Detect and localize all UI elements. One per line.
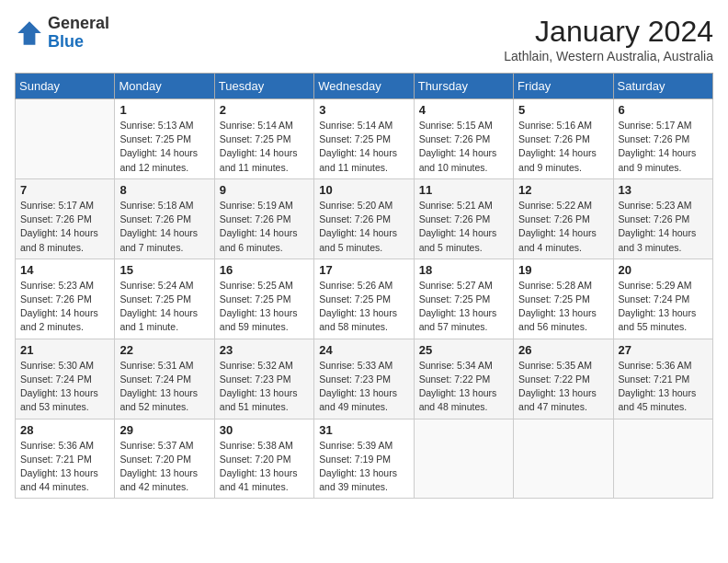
day-info: Sunrise: 5:17 AM Sunset: 7:26 PM Dayligh… (20, 199, 109, 255)
day-number: 1 (119, 103, 209, 117)
day-number: 15 (119, 263, 209, 277)
calendar-cell: 2Sunrise: 5:14 AM Sunset: 7:25 PM Daylig… (214, 99, 313, 179)
day-info: Sunrise: 5:14 AM Sunset: 7:25 PM Dayligh… (220, 119, 309, 175)
calendar-cell: 7Sunrise: 5:17 AM Sunset: 7:26 PM Daylig… (16, 178, 115, 259)
location-text: Lathlain, Western Australia, Australia (504, 49, 713, 63)
day-info: Sunrise: 5:21 AM Sunset: 7:26 PM Dayligh… (419, 199, 508, 255)
month-title: January 2024 (504, 15, 713, 49)
day-number: 27 (619, 343, 708, 357)
day-number: 13 (619, 183, 708, 197)
calendar-cell: 22Sunrise: 5:31 AM Sunset: 7:24 PM Dayli… (115, 339, 214, 419)
calendar-cell: 26Sunrise: 5:35 AM Sunset: 7:22 PM Dayli… (514, 339, 613, 419)
calendar-header: SundayMondayTuesdayWednesdayThursdayFrid… (16, 74, 713, 99)
day-number: 7 (20, 183, 109, 197)
day-number: 29 (119, 423, 209, 437)
day-number: 2 (220, 103, 309, 117)
calendar-cell: 20Sunrise: 5:29 AM Sunset: 7:24 PM Dayli… (613, 259, 712, 339)
day-info: Sunrise: 5:23 AM Sunset: 7:26 PM Dayligh… (619, 199, 708, 255)
day-number: 9 (220, 183, 309, 197)
calendar-cell: 30Sunrise: 5:38 AM Sunset: 7:20 PM Dayli… (214, 419, 313, 499)
title-block: January 2024 Lathlain, Western Australia… (504, 15, 713, 63)
day-number: 4 (419, 103, 508, 117)
calendar-cell (16, 99, 115, 179)
day-info: Sunrise: 5:29 AM Sunset: 7:24 PM Dayligh… (619, 279, 708, 335)
weekday-header-friday: Friday (514, 74, 613, 99)
day-info: Sunrise: 5:35 AM Sunset: 7:22 PM Dayligh… (518, 359, 608, 415)
calendar-cell (514, 419, 613, 499)
day-info: Sunrise: 5:18 AM Sunset: 7:26 PM Dayligh… (119, 199, 209, 255)
day-info: Sunrise: 5:28 AM Sunset: 7:25 PM Dayligh… (518, 279, 608, 335)
day-number: 23 (220, 343, 309, 357)
calendar-cell: 19Sunrise: 5:28 AM Sunset: 7:25 PM Dayli… (514, 259, 613, 339)
weekday-header-sunday: Sunday (16, 74, 115, 99)
day-number: 12 (518, 183, 608, 197)
calendar-cell: 6Sunrise: 5:17 AM Sunset: 7:26 PM Daylig… (613, 99, 712, 179)
calendar-body: 1Sunrise: 5:13 AM Sunset: 7:25 PM Daylig… (16, 99, 713, 499)
calendar-table: SundayMondayTuesdayWednesdayThursdayFrid… (15, 73, 713, 499)
day-info: Sunrise: 5:30 AM Sunset: 7:24 PM Dayligh… (20, 359, 109, 415)
calendar-cell: 12Sunrise: 5:22 AM Sunset: 7:26 PM Dayli… (514, 178, 613, 259)
calendar-cell (414, 419, 513, 499)
calendar-cell: 8Sunrise: 5:18 AM Sunset: 7:26 PM Daylig… (115, 178, 214, 259)
day-info: Sunrise: 5:33 AM Sunset: 7:23 PM Dayligh… (319, 359, 408, 415)
day-number: 3 (319, 103, 408, 117)
calendar-cell: 11Sunrise: 5:21 AM Sunset: 7:26 PM Dayli… (414, 178, 513, 259)
day-info: Sunrise: 5:24 AM Sunset: 7:25 PM Dayligh… (119, 279, 209, 335)
day-info: Sunrise: 5:14 AM Sunset: 7:25 PM Dayligh… (319, 119, 408, 175)
page-header: General Blue January 2024 Lathlain, West… (15, 15, 713, 63)
calendar-cell: 9Sunrise: 5:19 AM Sunset: 7:26 PM Daylig… (214, 178, 313, 259)
day-info: Sunrise: 5:27 AM Sunset: 7:25 PM Dayligh… (419, 279, 508, 335)
day-number: 19 (518, 263, 608, 277)
day-number: 24 (319, 343, 408, 357)
calendar-cell: 5Sunrise: 5:16 AM Sunset: 7:26 PM Daylig… (514, 99, 613, 179)
calendar-cell: 28Sunrise: 5:36 AM Sunset: 7:21 PM Dayli… (16, 419, 115, 499)
day-info: Sunrise: 5:31 AM Sunset: 7:24 PM Dayligh… (119, 359, 209, 415)
day-info: Sunrise: 5:36 AM Sunset: 7:21 PM Dayligh… (619, 359, 708, 415)
day-number: 22 (119, 343, 209, 357)
weekday-header-monday: Monday (115, 74, 214, 99)
day-info: Sunrise: 5:37 AM Sunset: 7:20 PM Dayligh… (119, 439, 209, 495)
day-info: Sunrise: 5:25 AM Sunset: 7:25 PM Dayligh… (220, 279, 309, 335)
calendar-cell: 27Sunrise: 5:36 AM Sunset: 7:21 PM Dayli… (613, 339, 712, 419)
calendar-cell: 31Sunrise: 5:39 AM Sunset: 7:19 PM Dayli… (314, 419, 414, 499)
day-info: Sunrise: 5:32 AM Sunset: 7:23 PM Dayligh… (220, 359, 309, 415)
calendar-cell: 24Sunrise: 5:33 AM Sunset: 7:23 PM Dayli… (314, 339, 414, 419)
day-info: Sunrise: 5:22 AM Sunset: 7:26 PM Dayligh… (518, 199, 608, 255)
calendar-cell: 17Sunrise: 5:26 AM Sunset: 7:25 PM Dayli… (314, 259, 414, 339)
calendar-cell: 18Sunrise: 5:27 AM Sunset: 7:25 PM Dayli… (414, 259, 513, 339)
day-number: 25 (419, 343, 508, 357)
day-number: 14 (20, 263, 109, 277)
weekday-header-thursday: Thursday (414, 74, 513, 99)
weekday-header-row: SundayMondayTuesdayWednesdayThursdayFrid… (16, 74, 713, 99)
day-number: 11 (419, 183, 508, 197)
logo-text: General Blue (48, 15, 109, 52)
calendar-cell: 13Sunrise: 5:23 AM Sunset: 7:26 PM Dayli… (613, 178, 712, 259)
day-number: 17 (319, 263, 408, 277)
logo: General Blue (15, 15, 109, 52)
calendar-cell: 14Sunrise: 5:23 AM Sunset: 7:26 PM Dayli… (16, 259, 115, 339)
day-info: Sunrise: 5:23 AM Sunset: 7:26 PM Dayligh… (20, 279, 109, 335)
calendar-cell: 23Sunrise: 5:32 AM Sunset: 7:23 PM Dayli… (214, 339, 313, 419)
calendar-cell (613, 419, 712, 499)
day-info: Sunrise: 5:15 AM Sunset: 7:26 PM Dayligh… (419, 119, 508, 175)
day-info: Sunrise: 5:39 AM Sunset: 7:19 PM Dayligh… (319, 439, 408, 495)
day-number: 31 (319, 423, 408, 437)
calendar-cell: 25Sunrise: 5:34 AM Sunset: 7:22 PM Dayli… (414, 339, 513, 419)
calendar-week-1: 7Sunrise: 5:17 AM Sunset: 7:26 PM Daylig… (16, 178, 713, 259)
calendar-cell: 3Sunrise: 5:14 AM Sunset: 7:25 PM Daylig… (314, 99, 414, 179)
day-info: Sunrise: 5:16 AM Sunset: 7:26 PM Dayligh… (518, 119, 608, 175)
day-number: 20 (619, 263, 708, 277)
day-info: Sunrise: 5:20 AM Sunset: 7:26 PM Dayligh… (319, 199, 408, 255)
day-info: Sunrise: 5:13 AM Sunset: 7:25 PM Dayligh… (119, 119, 209, 175)
weekday-header-saturday: Saturday (613, 74, 712, 99)
day-number: 26 (518, 343, 608, 357)
day-number: 6 (619, 103, 708, 117)
calendar-week-4: 28Sunrise: 5:36 AM Sunset: 7:21 PM Dayli… (16, 419, 713, 499)
day-number: 10 (319, 183, 408, 197)
day-info: Sunrise: 5:26 AM Sunset: 7:25 PM Dayligh… (319, 279, 408, 335)
logo-icon (15, 18, 44, 48)
day-number: 21 (20, 343, 109, 357)
calendar-cell: 16Sunrise: 5:25 AM Sunset: 7:25 PM Dayli… (214, 259, 313, 339)
day-number: 16 (220, 263, 309, 277)
day-info: Sunrise: 5:38 AM Sunset: 7:20 PM Dayligh… (220, 439, 309, 495)
